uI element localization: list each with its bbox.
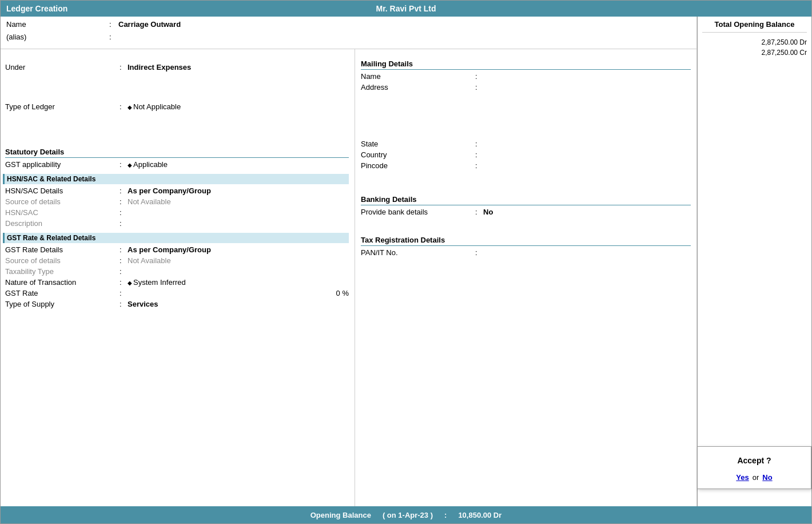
gst-rate-value[interactable]: 0 % [128,289,349,297]
gst-source-value: Not Available [128,256,349,265]
footer-colon: : [444,511,447,519]
hsn-details-colon: : [120,186,128,195]
footer: Opening Balance ( on 1-Apr-23 ) : 10,850… [1,506,811,523]
hsn-source-colon: : [120,197,128,206]
pan-it-no-label: PAN/IT No. [361,248,475,257]
content-area: Name : Carriage Outward (alias) : U [1,17,811,506]
name-value[interactable]: Carriage Outward [118,20,691,29]
provide-bank-details-label: Provide bank details [361,208,475,216]
gst-rate-details-row: GST Rate Details : As per Company/Group [5,245,349,256]
mailing-state-row: State : [361,140,691,150]
mailing-pincode-colon: : [475,161,483,170]
taxability-type-colon: : [120,267,128,276]
nature-of-transaction-value[interactable]: ◆System Inferred [128,278,349,287]
dr-amount: 2,87,250.00 Dr [702,38,807,46]
mailing-name-label: Name [361,72,475,81]
top-info: Name : Carriage Outward (alias) : [1,17,696,49]
hsn-description-label: Description [5,219,120,228]
opening-balance-panel: Total Opening Balance 2,87,250.00 Dr 2,8… [697,17,811,506]
gst-source-colon: : [120,256,128,265]
gst-source-row: Source of details : Not Available [5,256,349,267]
type-of-ledger-colon: : [120,102,128,111]
provide-bank-details-value[interactable]: No [483,208,691,216]
nature-of-transaction-colon: : [120,278,128,287]
gst-rate-row: GST Rate : 0 % [5,289,349,299]
under-value[interactable]: Indirect Expenses [128,63,349,72]
gst-rate-section-heading: GST Rate & Related Details [3,233,349,243]
alias-colon: : [109,33,118,41]
name-colon: : [109,20,118,29]
hsn-sac-colon: : [120,208,128,217]
tax-registration-heading: Tax Registration Details [361,236,691,246]
hsn-description-row: Description : [5,219,349,229]
hsn-source-value: Not Available [128,197,349,206]
accept-no-button[interactable]: No [762,473,772,482]
nature-of-transaction-row: Nature of Transaction : ◆System Inferred [5,278,349,288]
nature-diamond-icon: ◆ [128,280,132,286]
hsn-description-colon: : [120,219,128,228]
gst-applicability-row: GST applicability : ◆Applicable [5,160,349,170]
hsn-details-row: HSN/SAC Details : As per Company/Group [5,186,349,197]
hsn-section-heading: HSN/SAC & Related Details [3,174,349,184]
footer-date-label: ( on 1-Apr-23 ) [383,511,433,519]
left-column: Under : Indirect Expenses Type of Ledger… [1,49,355,506]
gst-rate-colon: : [120,289,128,297]
under-label: Under [5,63,120,72]
gst-rate-details-label: GST Rate Details [5,245,120,254]
taxability-type-label: Taxability Type [5,267,120,276]
hsn-details-value[interactable]: As per Company/Group [128,186,349,195]
title-center: Mr. Ravi Pvt Ltd [376,4,436,13]
main-window: Ledger Creation Mr. Ravi Pvt Ltd Name : … [0,0,812,524]
accept-or-text: or [753,473,759,482]
mailing-pincode-row: Pincode : [361,161,691,172]
taxability-type-row: Taxability Type : [5,267,349,277]
type-of-ledger-label: Type of Ledger [5,102,120,111]
type-of-ledger-value[interactable]: ◆Not Applicable [128,102,349,111]
gst-applicability-label: GST applicability [5,160,120,169]
mailing-country-colon: : [475,150,483,159]
main-left-panel: Name : Carriage Outward (alias) : U [1,17,697,506]
hsn-sac-label: HSN/SAC [5,208,120,217]
name-field-row: Name : Carriage Outward [6,20,691,31]
provide-bank-details-colon: : [475,208,483,216]
gst-rate-details-value[interactable]: As per Company/Group [128,245,349,254]
gst-rate-label: GST Rate [5,289,120,297]
banking-details-heading: Banking Details [361,195,691,205]
gst-diamond-icon: ◆ [128,162,132,168]
hsn-source-row: Source of details : Not Available [5,197,349,208]
statutory-details-heading: Statutory Details [5,148,349,158]
mailing-address-label: Address [361,83,475,92]
footer-amount: 10,850.00 Dr [458,511,501,519]
under-field-row: Under : Indirect Expenses [5,63,349,73]
alias-label: (alias) [6,33,109,41]
type-of-supply-value[interactable]: Services [128,300,349,308]
mailing-state-label: State [361,140,475,148]
type-of-supply-colon: : [120,300,128,308]
opening-balance-footer-label: Opening Balance [311,511,371,519]
mailing-country-label: Country [361,150,475,159]
alias-field-row: (alias) : [6,33,691,44]
mailing-state-colon: : [475,140,483,148]
right-column: Mailing Details Name : Address : State [355,49,696,506]
mailing-details-heading: Mailing Details [361,59,691,70]
total-opening-balance-title: Total Opening Balance [702,20,807,33]
pan-it-no-row: PAN/IT No. : [361,248,691,259]
mailing-country-row: Country : [361,150,691,161]
pan-it-no-colon: : [475,248,483,257]
mailing-pincode-label: Pincode [361,161,475,170]
under-colon: : [120,63,128,72]
hsn-details-label: HSN/SAC Details [5,186,120,195]
diamond-icon: ◆ [128,104,132,110]
cr-amount: 2,87,250.00 Cr [702,49,807,57]
mailing-name-row: Name : [361,72,691,82]
provide-bank-details-row: Provide bank details : No [361,208,691,218]
hsn-sac-row: HSN/SAC : [5,208,349,219]
gst-applicability-value[interactable]: ◆Applicable [128,160,349,169]
accept-dialog: Accept ? Yes or No [697,446,811,489]
accept-buttons: Yes or No [706,473,803,482]
hsn-source-label: Source of details [5,197,120,206]
gst-applicability-colon: : [120,160,128,169]
mailing-name-colon: : [475,72,483,81]
accept-yes-button[interactable]: Yes [736,473,749,482]
type-of-supply-row: Type of Supply : Services [5,300,349,310]
